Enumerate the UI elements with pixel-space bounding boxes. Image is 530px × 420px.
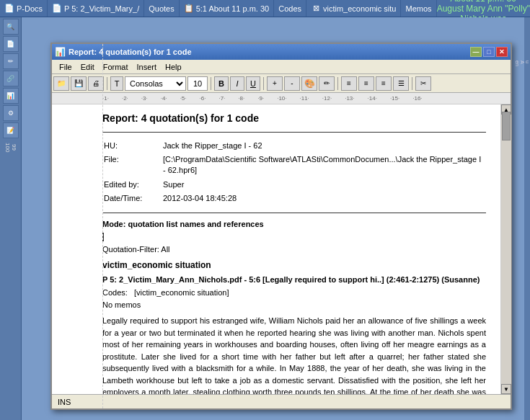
color-btn[interactable]: 🎨 [301, 76, 317, 91]
taskbar-p5[interactable]: 📄 P 5: 2_Victim_Mary_/ [48, 0, 144, 17]
sidebar-btn-5[interactable]: 📊 [3, 88, 19, 104]
sidebar-btn-2[interactable]: 📄 [3, 36, 19, 52]
meta-table: HU: Jack the Ripper_stage I - 62 File: [… [102, 138, 486, 207]
sidebar-btn-1[interactable]: 🔍 [3, 19, 19, 35]
datetime-label: Date/Time: [104, 192, 162, 205]
file-label: File: [104, 153, 162, 177]
window-controls: — □ ✕ [470, 47, 508, 57]
memos-line: No memos [102, 300, 486, 310]
status-text: INS [58, 398, 71, 406]
main-area: 📊 Report: 4 quotation(s) for 1 code — □ … [22, 17, 530, 420]
italic-button[interactable]: I [230, 76, 244, 91]
taskbar-pdocs[interactable]: 📄 P-Docs [0, 0, 48, 17]
scrollbar-down-container: ▼ [501, 384, 511, 394]
sidebar-btn-3[interactable]: ✏ [3, 53, 19, 69]
maximize-button[interactable]: □ [483, 47, 495, 57]
align-right-btn[interactable]: ≡ [376, 76, 392, 91]
align-left-btn[interactable]: ≡ [341, 76, 357, 91]
font-select[interactable]: Consolas [125, 76, 186, 91]
content-area: Report: 4 quotation(s) for 1 code HU: Ja… [52, 104, 511, 394]
menu-bar: File Edit Format Insert Help [52, 60, 511, 74]
align-center-btn[interactable]: ≡ [358, 76, 374, 91]
sidebar-btn-7[interactable]: 📝 [3, 122, 19, 138]
minimize-button[interactable]: — [470, 47, 482, 57]
toolbar-sep-4 [337, 77, 338, 90]
sidebar-btn-6[interactable]: ⚙ [3, 105, 19, 121]
taskbar-quotes[interactable]: Quotes [144, 0, 179, 17]
toolbar: 📁 💾 🖨 T Consolas B I U + - 🎨 ✏ ≡ ≡ ≡ ☰ ✂ [52, 74, 511, 93]
toolbar-sep-3 [263, 77, 264, 90]
close-button[interactable]: ✕ [496, 47, 508, 57]
menu-insert[interactable]: Insert [133, 61, 162, 73]
codes-line: Codes: [victim_economic situation] [102, 287, 486, 298]
quotation-ref: P 5: 2_Victim_Mary_Ann_Nichols.pdf - 5:6… [102, 274, 486, 285]
right-edge: enAuth0 [524, 17, 530, 420]
codes-value: [victim_economic situation] [134, 288, 229, 297]
hu-value: Jack the Ripper_stage I - 62 [163, 140, 485, 152]
cut-btn[interactable]: ✂ [415, 76, 431, 91]
toolbar-sep-5 [412, 77, 412, 90]
highlight-btn[interactable]: ✏ [319, 76, 335, 91]
hu-label: HU: [104, 140, 162, 152]
report-window: 📊 Report: 4 quotation(s) for 1 code — □ … [50, 43, 512, 410]
codes-label: Codes: [102, 288, 128, 297]
p5-icon: 📄 [52, 4, 62, 14]
taskbar-codes[interactable]: Codes [274, 0, 306, 17]
margin-indicator [102, 104, 104, 394]
right-edge-text: enAuth0 [515, 61, 531, 66]
sidebar-btn-4[interactable]: 🔗 [3, 71, 19, 86]
window-title: Report: 4 quotation(s) for 1 code [69, 48, 470, 56]
mode-header: Mode: quotation list names and reference… [102, 219, 486, 230]
taskbar-memos[interactable]: Memos [401, 0, 436, 17]
content-scroll[interactable]: Report: 4 quotation(s) for 1 code HU: Ja… [52, 104, 500, 394]
toolbar-sep-2 [211, 77, 211, 90]
scrollbar-thumb[interactable] [502, 112, 511, 140]
pdocs-icon: 📄 [4, 4, 14, 14]
new-button[interactable]: 📁 [53, 76, 69, 91]
toolbar-sep-1 [107, 77, 107, 90]
menu-file[interactable]: File [55, 61, 76, 73]
window-titlebar: 📊 Report: 4 quotation(s) for 1 code — □ … [52, 44, 511, 60]
filter-line: Quotation-Filter: All [102, 244, 486, 255]
sidebar-numbers: 99100 [4, 143, 17, 152]
taskbar: 📄 P-Docs 📄 P 5: 2_Victim_Mary_/ Quotes 📋… [0, 0, 530, 17]
scrollbar-down[interactable]: ▼ [501, 384, 511, 394]
font-button[interactable]: T [110, 76, 123, 91]
ruler-marks: ·1· ·2· ·3· ·4· ·5· ·6· ·7· ·8· ·9· ·10·… [102, 95, 423, 102]
divider-1 [102, 132, 486, 133]
increase-btn[interactable]: + [267, 76, 283, 91]
decrease-btn[interactable]: - [284, 76, 300, 91]
menu-edit[interactable]: Edit [76, 61, 99, 73]
underline-button[interactable]: U [246, 76, 260, 91]
bold-button[interactable]: B [214, 76, 229, 91]
font-size-input[interactable] [187, 76, 208, 91]
list-btn[interactable]: ☰ [393, 76, 409, 91]
ruler: ·1· ·2· ·3· ·4· ·5· ·6· ·7· ·8· ·9· ·10·… [52, 93, 511, 104]
print-button[interactable]: 🖨 [88, 76, 104, 91]
quote-icon: 📋 [184, 4, 194, 14]
divider-2 [102, 213, 486, 213]
edited-value: Super [163, 179, 485, 191]
victim-icon: ⊠ [311, 4, 321, 14]
sidebar: 🔍 📄 ✏ 🔗 📊 ⚙ 📝 99100 [0, 17, 22, 420]
window-icon: 📊 [55, 47, 66, 57]
edited-label: Edited by: [104, 179, 162, 191]
datetime-value: 2012-03-04 18:45:28 [163, 192, 485, 205]
status-bar: INS [52, 394, 511, 408]
scrollbar-track: ▲ ▼ [501, 104, 511, 394]
report-title: Report: 4 quotation(s) for 1 code [102, 112, 486, 126]
file-value: [C:\ProgramData\Scientific Software\ATLA… [163, 153, 485, 177]
quote-text: Legally required to support his estrange… [102, 315, 486, 394]
menu-help[interactable]: Help [161, 61, 186, 73]
taskbar-victim[interactable]: ⊠ victim_economic situ [306, 0, 401, 17]
code-name: victim_economic situation [102, 259, 486, 272]
taskbar-51about[interactable]: 📋 5:1 About 11 p.m. 30 [180, 0, 275, 17]
cursor-indicator [102, 233, 486, 241]
scrollbar[interactable]: ▲ ▼ [500, 104, 511, 394]
save-button[interactable]: 💾 [71, 76, 87, 91]
